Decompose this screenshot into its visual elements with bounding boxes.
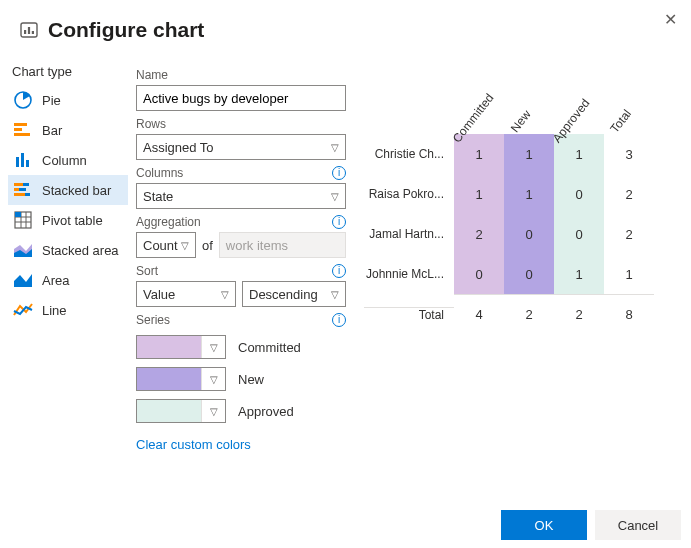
series-row: ▽ Committed	[136, 335, 346, 359]
preview-cell: 0	[504, 214, 554, 254]
ok-button[interactable]: OK	[501, 510, 587, 540]
area-icon	[12, 269, 34, 291]
svg-rect-6	[14, 128, 22, 131]
info-icon[interactable]: i	[332, 215, 346, 229]
chevron-down-icon: ▽	[331, 142, 339, 153]
series-color-dropdown[interactable]: ▽	[136, 335, 226, 359]
chart-type-stacked-area[interactable]: Stacked area	[8, 235, 128, 265]
chevron-down-icon: ▽	[201, 336, 225, 358]
stacked-bar-icon	[12, 179, 34, 201]
pie-icon	[12, 89, 34, 111]
config-form: Name Rows Assigned To ▽ Columns i State …	[136, 56, 346, 452]
svg-rect-7	[14, 133, 30, 136]
chart-type-label-text: Stacked area	[42, 243, 119, 258]
aggregation-value: Count	[143, 238, 178, 253]
preview-cell: 0	[454, 254, 504, 294]
chart-type-label-text: Pie	[42, 93, 61, 108]
svg-rect-13	[14, 188, 19, 191]
close-icon[interactable]: ✕	[660, 6, 681, 33]
dialog-title: Configure chart	[48, 18, 204, 42]
chart-type-label-text: Bar	[42, 123, 62, 138]
line-icon	[12, 299, 34, 321]
chart-type-label-text: Column	[42, 153, 87, 168]
preview-cell: 1	[604, 254, 654, 294]
svg-rect-5	[14, 123, 27, 126]
svg-rect-3	[32, 31, 34, 34]
series-row: ▽ New	[136, 367, 346, 391]
chart-type-label: Chart type	[8, 62, 128, 85]
preview-cell: 1	[504, 174, 554, 214]
sort-direction-dropdown[interactable]: Descending ▽	[242, 281, 346, 307]
info-icon[interactable]: i	[332, 264, 346, 278]
chevron-down-icon: ▽	[331, 191, 339, 202]
rows-dropdown[interactable]: Assigned To ▽	[136, 134, 346, 160]
chevron-down-icon: ▽	[201, 368, 225, 390]
chart-type-bar[interactable]: Bar	[8, 115, 128, 145]
preview-cell: 1	[554, 254, 604, 294]
chart-type-pivot-table[interactable]: Pivot table	[8, 205, 128, 235]
sort-direction-value: Descending	[249, 287, 318, 302]
chart-type-stacked-bar[interactable]: Stacked bar	[8, 175, 128, 205]
row-name: Raisa Pokro...	[364, 187, 454, 201]
info-icon[interactable]: i	[332, 313, 346, 327]
series-label: Series	[136, 313, 170, 327]
cancel-button[interactable]: Cancel	[595, 510, 681, 540]
sort-label: Sort	[136, 264, 158, 278]
preview-row: Johnnie McL... 0 0 1 1	[364, 254, 673, 294]
preview-cell: 2	[454, 214, 504, 254]
stacked-area-icon	[12, 239, 34, 261]
preview-row: Jamal Hartn... 2 0 0 2	[364, 214, 673, 254]
preview-row: Raisa Pokro... 1 1 0 2	[364, 174, 673, 214]
clear-custom-colors-link[interactable]: Clear custom colors	[136, 437, 251, 452]
series-row: ▽ Approved	[136, 399, 346, 423]
preview-cell: 1	[454, 174, 504, 214]
chart-type-label-text: Line	[42, 303, 67, 318]
sort-field-value: Value	[143, 287, 175, 302]
name-input[interactable]	[136, 85, 346, 111]
svg-rect-22	[15, 212, 21, 217]
columns-dropdown[interactable]: State ▽	[136, 183, 346, 209]
svg-rect-16	[25, 193, 30, 196]
preview-total-cell: 8	[604, 294, 654, 334]
columns-label: Columns	[136, 166, 183, 180]
columns-value: State	[143, 189, 173, 204]
preview-cell: 2	[604, 214, 654, 254]
chart-preview: Committed New Approved Total Christie Ch…	[354, 56, 683, 452]
info-icon[interactable]: i	[332, 166, 346, 180]
rows-label: Rows	[136, 117, 346, 131]
svg-rect-9	[21, 153, 24, 167]
svg-rect-8	[16, 157, 19, 167]
chevron-down-icon: ▽	[221, 289, 229, 300]
series-color-dropdown[interactable]: ▽	[136, 367, 226, 391]
dialog-footer: OK Cancel	[501, 510, 681, 540]
chart-type-column[interactable]: Column	[8, 145, 128, 175]
chevron-down-icon: ▽	[181, 240, 189, 251]
series-color-dropdown[interactable]: ▽	[136, 399, 226, 423]
aggregation-of-field: work items	[219, 232, 346, 258]
row-name: Christie Ch...	[364, 147, 454, 161]
pivot-table-icon	[12, 209, 34, 231]
series-name: Committed	[238, 340, 301, 355]
chart-type-label-text: Stacked bar	[42, 183, 111, 198]
sort-field-dropdown[interactable]: Value ▽	[136, 281, 236, 307]
chart-type-label-text: Pivot table	[42, 213, 103, 228]
chart-type-line[interactable]: Line	[8, 295, 128, 325]
preview-row: Christie Ch... 1 1 1 3	[364, 134, 673, 174]
series-name: New	[238, 372, 264, 387]
of-label: of	[202, 238, 213, 253]
svg-rect-10	[26, 160, 29, 167]
svg-rect-12	[23, 183, 29, 186]
bar-icon	[12, 119, 34, 141]
chart-type-label-text: Area	[42, 273, 69, 288]
aggregation-dropdown[interactable]: Count ▽	[136, 232, 196, 258]
preview-cell: 0	[554, 214, 604, 254]
chart-type-area[interactable]: Area	[8, 265, 128, 295]
series-name: Approved	[238, 404, 294, 419]
svg-rect-14	[19, 188, 26, 191]
preview-total-cell: 2	[554, 294, 604, 334]
chart-type-pie[interactable]: Pie	[8, 85, 128, 115]
dialog-header: Configure chart	[0, 0, 691, 52]
rows-value: Assigned To	[143, 140, 214, 155]
svg-rect-1	[24, 30, 26, 34]
preview-total-cell: 4	[454, 294, 504, 334]
